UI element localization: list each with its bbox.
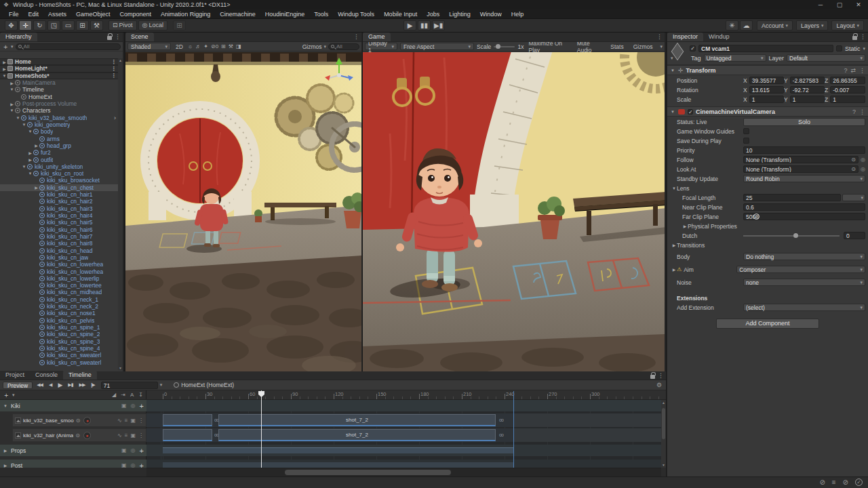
noise-dropdown[interactable]: none ▾ [743, 279, 865, 286]
foldout-open-icon[interactable]: ▼ [1, 74, 7, 78]
hierarchy-item-kiki-v32-base-smooth[interactable]: ▼kiki_v32_base_smooth› [0, 115, 118, 121]
dutch-slider-knob[interactable] [793, 233, 798, 238]
menu-item-gameobject[interactable]: GameObject [71, 9, 115, 19]
menu-item-animation-rigging[interactable]: Animation Rigging [156, 9, 215, 19]
hierarchy-scene-homelight[interactable]: ▶HomeLight*⋮ [0, 65, 118, 72]
kebab-menu-icon[interactable]: ⋮ [111, 73, 117, 79]
rotation-z-field[interactable]: -0.007 [830, 86, 865, 94]
scale-slider[interactable] [494, 46, 515, 47]
far-clip-field[interactable]: 5000 ⊘ [743, 213, 865, 220]
foldout-open-icon[interactable]: ▼ [670, 110, 675, 114]
tab-project[interactable]: Project [0, 371, 30, 380]
play-range-button[interactable]: [▶ [89, 382, 96, 388]
preset-icon[interactable]: ⇄ [850, 67, 856, 74]
collab-button[interactable]: ✳ [726, 20, 738, 30]
scene-search-input[interactable] [336, 43, 357, 49]
scale-y-field[interactable]: 1 [790, 96, 825, 103]
cloud-button[interactable]: ☁ [740, 20, 753, 30]
add-gameobject-button[interactable]: ＋ [2, 42, 9, 52]
hierarchy-item-post-process-volume[interactable]: ▶Post-process Volume [0, 100, 118, 107]
curves-icon[interactable]: ∿ [117, 418, 122, 424]
scale-x-field[interactable]: 1 [749, 96, 784, 103]
hierarchy-item-kiki-sku-cn-spine-1[interactable]: kiki_sku_cn_spine_1 [0, 324, 118, 331]
foldout-open-icon[interactable]: ▼ [15, 116, 21, 120]
hierarchy-search[interactable] [16, 43, 121, 50]
add-component-button[interactable]: Add Component [716, 319, 819, 329]
position-y-field[interactable]: -2.827583 [790, 77, 825, 84]
foldout-open-icon[interactable]: ▼ [21, 165, 27, 169]
hierarchy-item-kiki-sku-cn-neck-2[interactable]: kiki_sku_cn_neck_2 [0, 303, 118, 310]
step-button[interactable]: ▶▮ [432, 20, 445, 30]
kebab-menu-icon[interactable]: ⋮ [859, 67, 865, 74]
menu-item-assets[interactable]: Assets [43, 9, 71, 19]
lock-icon[interactable] [107, 36, 112, 40]
look-at-object-field[interactable]: None (Transform) ⊙ [743, 165, 859, 173]
transform-tool-button[interactable]: ⊞ [76, 20, 89, 30]
tab-timeline[interactable]: Timeline [63, 371, 97, 380]
tab-inspector[interactable]: Inspector [667, 33, 703, 41]
hierarchy-item-kiki-sku-cn-lowerhea[interactable]: kiki_sku_cn_lowerhea [0, 261, 118, 268]
kebab-menu-icon[interactable]: ⋮ [111, 66, 117, 72]
lock-track-icon[interactable]: ▣ [121, 447, 127, 453]
layers-dropdown[interactable]: Layers ▾ [796, 20, 829, 30]
cache-server-disabled-icon[interactable]: ⊘ [819, 479, 825, 486]
local-toggle[interactable]: ◎ Local [138, 20, 167, 30]
hierarchy-item-kiki-sku-cn-spine-4[interactable]: kiki_sku_cn_spine_4 [0, 345, 118, 352]
open-prefab-chevron-icon[interactable]: › [114, 115, 116, 121]
hierarchy-item-kiki-sku-cn-chest[interactable]: ▶kiki_sku_cn_chest [0, 184, 118, 191]
hierarchy-item-head-grp[interactable]: ▶head_grp [0, 142, 118, 149]
record-button[interactable]: ● [83, 432, 91, 439]
kebab-menu-icon[interactable]: ⋮ [658, 372, 664, 379]
animation-track-1[interactable]: oo shot_7_2 oo kiki_v32_base_smoo ⊙ ● ∿ … [0, 413, 666, 427]
component-tools-icon[interactable]: ⚒ [229, 43, 233, 49]
current-frame-field[interactable]: 71 [101, 382, 158, 389]
camera-dropdown-icon[interactable]: ◨ [236, 43, 241, 49]
object-picker-icon[interactable]: ⊙ [76, 418, 81, 424]
timeline-vertical-scrollbar[interactable]: ▲ ▼ [661, 400, 666, 468]
lock-track-icon[interactable]: ▣ [121, 462, 127, 468]
active-checkbox[interactable]: ✓ [690, 45, 696, 52]
edit-mode-snap-icon[interactable]: ⇥ [121, 392, 125, 398]
mute-track-icon[interactable]: ◎ [131, 462, 136, 468]
foldout-open-icon[interactable]: ▼ [27, 129, 33, 134]
track-group-kiki[interactable]: ▼ Kiki ▣ ◎ + [0, 400, 666, 411]
position-z-field[interactable]: 26.86355 [830, 77, 865, 84]
timeline-settings-gear-icon[interactable]: ⚙ [656, 382, 662, 388]
timeline-clip[interactable] [163, 414, 212, 426]
close-button[interactable]: ✕ [849, 0, 868, 9]
hierarchy-item-kiki-sku-cn-hair6[interactable]: kiki_sku_cn_hair6 [0, 226, 118, 233]
record-button[interactable]: ● [83, 417, 91, 424]
scale-tool-button[interactable]: ◳ [47, 20, 60, 30]
gizmos-dropdown[interactable]: Gizmos [302, 43, 322, 50]
hierarchy-scrollbar[interactable]: ▲ ▼ [118, 58, 123, 370]
solo-button[interactable]: Solo [743, 118, 865, 126]
target-icon[interactable]: ◎ [861, 166, 865, 172]
foldout-closed-icon[interactable]: ▶ [3, 448, 8, 453]
grid-snap-button[interactable]: ⊞ [173, 20, 186, 30]
foldout-closed-icon[interactable]: ▶ [27, 150, 33, 155]
tab-windup[interactable]: Windup [703, 33, 735, 41]
lighting-toggle-icon[interactable]: ☼ [188, 43, 193, 49]
hierarchy-item-kiki-sku-cn-neck-1[interactable]: kiki_sku_cn_neck_1 [0, 296, 118, 303]
menu-item-windup-tools[interactable]: Windup Tools [333, 9, 379, 19]
hierarchy-item-kiki-sku-cn-midhead[interactable]: kiki_sku_cn_midhead [0, 289, 118, 296]
preview-toggle[interactable]: Preview [3, 382, 33, 389]
kebab-menu-icon[interactable]: ⋮ [138, 432, 144, 439]
hierarchy-item-body[interactable]: ▼body [0, 128, 118, 135]
kebab-menu-icon[interactable]: ⋮ [860, 33, 866, 40]
mute-icon[interactable]: ≡ [125, 418, 128, 424]
standby-update-dropdown[interactable]: Round Robin ▾ [743, 175, 865, 182]
foldout-closed-icon[interactable]: ▶ [33, 143, 39, 148]
physical-properties-foldout[interactable]: ▶ Physical Properties [667, 222, 868, 230]
position-x-field[interactable]: 39.35577 [749, 77, 784, 84]
target-icon[interactable]: ◎ [861, 157, 865, 163]
foldout-closed-icon[interactable]: ▶ [33, 185, 39, 190]
lock-icon[interactable]: ▣ [130, 418, 136, 424]
component-enabled-checkbox[interactable]: ✓ [688, 109, 693, 115]
status-ok-icon[interactable]: ✓ [855, 479, 863, 486]
hierarchy-item-timeline[interactable]: ▼Timeline [0, 86, 118, 93]
scale-z-field[interactable]: 1 [830, 96, 865, 103]
minimize-button[interactable]: ─ [811, 0, 830, 9]
pause-button[interactable]: ▮▮ [418, 20, 431, 30]
body-dropdown[interactable]: Do nothing ▾ [743, 253, 865, 260]
